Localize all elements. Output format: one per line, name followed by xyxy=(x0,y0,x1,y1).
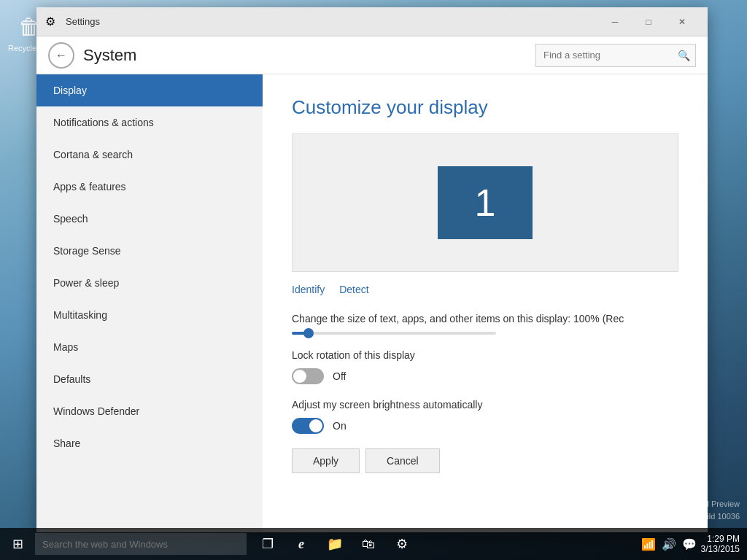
edge-icon: e xyxy=(298,537,304,552)
volume-icon[interactable]: 🔊 xyxy=(662,537,676,551)
brightness-toggle-thumb xyxy=(309,419,322,432)
window-title: Settings xyxy=(66,16,598,27)
watermark: Windows 10 Pro Technical Preview Build 1… xyxy=(615,498,740,524)
settings-body: Display Notifications & actions Cortana … xyxy=(36,74,708,532)
task-view-icon: ❐ xyxy=(262,536,274,552)
window-controls: ─ □ ✕ xyxy=(598,10,699,34)
monitor-preview: 1 xyxy=(292,133,678,272)
system-tray-icons: 📶 🔊 💬 xyxy=(641,537,697,551)
store-button[interactable]: 🛍 xyxy=(353,528,384,560)
action-center-icon[interactable]: 💬 xyxy=(682,537,697,551)
edge-button[interactable]: e xyxy=(286,528,317,560)
page-heading: Customize your display xyxy=(292,96,678,119)
network-icon[interactable]: 📶 xyxy=(641,537,656,551)
time-display: 1:29 PM xyxy=(707,534,740,544)
lock-rotation-label: Lock rotation of this display xyxy=(292,349,678,361)
sidebar-item-display[interactable]: Display xyxy=(36,74,263,106)
sidebar-item-defender[interactable]: Windows Defender xyxy=(36,395,263,427)
file-explorer-icon: 📁 xyxy=(327,536,343,552)
task-view-button[interactable]: ❐ xyxy=(252,528,283,560)
monitor-number-box: 1 xyxy=(438,166,533,239)
taskbar-pinned-icons: ❐ e 📁 🛍 ⚙ xyxy=(252,528,417,560)
size-slider-track[interactable] xyxy=(292,332,496,335)
desktop: 🗑 Recycle Bin ⚙ Settings ─ □ ✕ ← System … xyxy=(0,0,747,560)
minimize-button[interactable]: ─ xyxy=(598,10,632,34)
apply-button[interactable]: Apply xyxy=(292,448,360,473)
file-explorer-button[interactable]: 📁 xyxy=(320,528,350,560)
action-buttons: Apply Cancel xyxy=(292,448,678,473)
close-button[interactable]: ✕ xyxy=(665,10,699,34)
start-button[interactable]: ⊞ xyxy=(0,528,35,560)
taskbar: ⊞ ❐ e 📁 🛍 ⚙ 📶 🔊 💬 xyxy=(0,528,747,560)
maximize-button[interactable]: □ xyxy=(632,10,665,34)
search-wrap: 🔍 xyxy=(535,44,696,67)
size-slider-row xyxy=(292,332,678,335)
sidebar-item-power[interactable]: Power & sleep xyxy=(36,267,263,299)
sidebar-item-apps[interactable]: Apps & features xyxy=(36,171,263,203)
sidebar-item-defaults[interactable]: Defaults xyxy=(36,363,263,395)
watermark-line1: Windows 10 Pro Technical Preview xyxy=(615,498,740,511)
cancel-button[interactable]: Cancel xyxy=(365,448,440,473)
back-arrow-icon: ← xyxy=(55,49,67,62)
lock-rotation-toggle-thumb xyxy=(293,370,306,383)
lock-rotation-state: Off xyxy=(333,370,346,382)
detect-link[interactable]: Detect xyxy=(339,284,368,295)
clock[interactable]: 1:29 PM 3/13/2015 xyxy=(701,534,740,554)
settings-page-title: System xyxy=(83,46,527,65)
sidebar-item-notifications[interactable]: Notifications & actions xyxy=(36,106,263,139)
title-bar: ⚙ Settings ─ □ ✕ xyxy=(36,7,708,36)
date-display: 3/13/2015 xyxy=(701,544,740,554)
sidebar-item-maps[interactable]: Maps xyxy=(36,331,263,363)
taskbar-right: 📶 🔊 💬 1:29 PM 3/13/2015 xyxy=(641,534,747,554)
size-setting-label: Change the size of text, apps, and other… xyxy=(292,313,678,324)
display-links: Identify Detect xyxy=(292,284,678,295)
settings-app-icon: ⚙ xyxy=(45,15,60,29)
taskbar-search-input[interactable] xyxy=(35,533,247,555)
store-icon: 🛍 xyxy=(362,537,375,552)
brightness-row: On xyxy=(292,418,678,434)
settings-window: ⚙ Settings ─ □ ✕ ← System 🔍 Di xyxy=(36,7,708,532)
sidebar-item-multitasking[interactable]: Multitasking xyxy=(36,299,263,331)
watermark-line2: Build 10036 xyxy=(615,510,740,524)
brightness-toggle[interactable] xyxy=(292,418,324,434)
size-slider-thumb[interactable] xyxy=(303,328,314,338)
settings-taskbar-icon: ⚙ xyxy=(396,536,408,552)
settings-header: ← System 🔍 xyxy=(36,36,708,74)
brightness-label: Adjust my screen brightness automaticall… xyxy=(292,399,678,411)
lock-rotation-row: Off xyxy=(292,368,678,384)
sidebar-item-storage[interactable]: Storage Sense xyxy=(36,235,263,267)
main-content: Customize your display 1 Identify Detect… xyxy=(263,74,708,532)
sidebar-item-speech[interactable]: Speech xyxy=(36,203,263,235)
settings-search-input[interactable] xyxy=(535,44,696,67)
monitor-number: 1 xyxy=(475,181,496,225)
sidebar-item-cortana[interactable]: Cortana & search xyxy=(36,139,263,171)
brightness-state: On xyxy=(333,420,347,432)
lock-rotation-toggle[interactable] xyxy=(292,368,324,384)
identify-link[interactable]: Identify xyxy=(292,284,325,295)
sidebar-item-share[interactable]: Share xyxy=(36,427,263,459)
start-icon: ⊞ xyxy=(12,536,23,552)
settings-taskbar-button[interactable]: ⚙ xyxy=(387,528,417,560)
back-button[interactable]: ← xyxy=(48,42,74,69)
sidebar: Display Notifications & actions Cortana … xyxy=(36,74,263,532)
search-icon: 🔍 xyxy=(678,50,690,61)
